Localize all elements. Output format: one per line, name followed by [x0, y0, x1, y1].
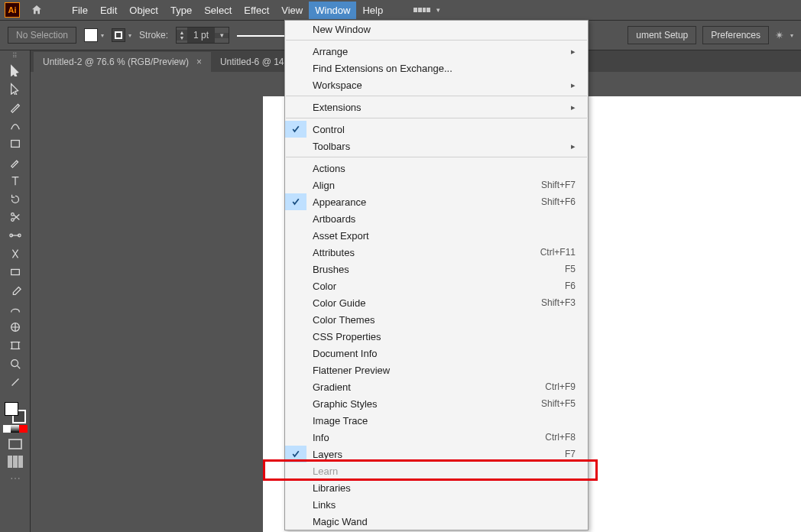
chevron-down-icon[interactable]: ▾ [436, 6, 440, 14]
menu-item-label: Color [313, 281, 336, 292]
menu-item-attributes[interactable]: AttributesCtrl+F11 [285, 244, 588, 261]
menu-item-label: Toolbars [313, 141, 350, 152]
svg-point-8 [11, 360, 18, 367]
fill-swatch[interactable] [84, 28, 98, 42]
svg-point-2 [11, 219, 15, 222]
app-icon[interactable]: Ai [5, 2, 20, 18]
menu-item-actions[interactable]: Actions [285, 160, 588, 177]
menu-item-label: Arrange [313, 46, 348, 57]
tool-symbol-sprayer[interactable] [0, 318, 31, 336]
menu-effect[interactable]: Effect [238, 2, 275, 19]
menu-item-extensions[interactable]: Extensions▸ [285, 99, 588, 115]
menu-item-layers[interactable]: LayersF7 [285, 446, 588, 462]
menu-item-asset-export[interactable]: Asset Export [285, 227, 588, 244]
tool-zoom[interactable] [0, 355, 31, 373]
menu-item-label: Attributes [313, 247, 355, 258]
document-tab[interactable]: Untitled-2 @ 76.6 % (RGB/Preview)× [34, 52, 211, 72]
tool-blend[interactable] [0, 300, 31, 318]
menu-item-label: Color Themes [313, 314, 375, 326]
tool-type[interactable] [0, 171, 31, 190]
menu-item-image-trace[interactable]: Image Trace [285, 412, 588, 429]
panel-grip-icon[interactable]: ⠿ [0, 50, 30, 61]
menu-item-color[interactable]: ColorF6 [285, 277, 588, 294]
menu-item-workspace[interactable]: Workspace▸ [285, 76, 588, 93]
menu-item-color-themes[interactable]: Color Themes [285, 311, 588, 328]
menu-item-brushes[interactable]: BrushesF5 [285, 261, 588, 277]
tool-pen[interactable] [0, 98, 31, 116]
menu-help[interactable]: Help [356, 2, 389, 19]
menu-item-links[interactable]: Links [285, 496, 588, 513]
tool-paintbrush[interactable] [0, 153, 31, 171]
stroke-swatch[interactable] [112, 28, 125, 42]
menu-item-toolbars[interactable]: Toolbars▸ [285, 138, 588, 154]
close-icon[interactable]: × [196, 57, 202, 67]
tool-panel: ⠿ ⋯ [0, 50, 31, 532]
menu-item-color-guide[interactable]: Color GuideShift+F3 [285, 294, 588, 311]
screen-mode-icon[interactable] [8, 439, 22, 449]
preferences-button[interactable]: Preferences [702, 26, 769, 44]
align-icon[interactable]: ✴ [775, 29, 784, 41]
home-icon[interactable] [29, 2, 44, 18]
menu-item-align[interactable]: AlignShift+F7 [285, 177, 588, 193]
tool-width[interactable] [0, 226, 31, 245]
menu-file[interactable]: File [66, 2, 94, 19]
tool-rotate[interactable] [0, 190, 31, 208]
menu-view[interactable]: View [275, 2, 309, 19]
menu-object[interactable]: Object [123, 2, 164, 19]
menu-item-label: Appearance [313, 196, 366, 208]
menu-item-control[interactable]: Control [285, 121, 588, 138]
menu-item-new-window[interactable]: New Window [285, 21, 588, 37]
color-mode-row[interactable] [3, 425, 28, 433]
svg-rect-0 [11, 141, 20, 148]
menu-item-document-info[interactable]: Document Info [285, 345, 588, 362]
stroke-weight-field[interactable]: ▲▼ 1 pt ▾ [176, 27, 229, 44]
submenu-arrow-icon: ▸ [571, 80, 576, 90]
menu-item-label: Info [313, 432, 329, 443]
tool-gradient[interactable] [0, 263, 31, 281]
stroke-style-preview[interactable] [237, 35, 286, 37]
submenu-arrow-icon: ▸ [571, 102, 576, 112]
menu-type[interactable]: Type [164, 2, 198, 19]
menu-item-gradient[interactable]: GradientCtrl+F9 [285, 378, 588, 395]
menu-item-label: Align [313, 180, 335, 191]
menu-item-info[interactable]: InfoCtrl+F8 [285, 429, 588, 446]
menu-select[interactable]: Select [198, 2, 238, 19]
menu-item-label: Workspace [313, 79, 362, 91]
selection-indicator: No Selection [8, 27, 76, 44]
tool-direct-selection[interactable] [0, 79, 31, 98]
chevron-down-icon[interactable]: ▾ [790, 32, 793, 39]
menu-item-label: Links [313, 499, 336, 511]
menu-item-css-properties[interactable]: CSS Properties [285, 328, 588, 345]
edit-mode-icon[interactable] [8, 456, 23, 468]
menu-item-artboards[interactable]: Artboards [285, 210, 588, 227]
tool-selection[interactable] [0, 61, 31, 79]
tool-scissors[interactable] [0, 208, 31, 226]
tool-artboard[interactable] [0, 336, 31, 355]
tool-free-transform[interactable] [0, 245, 31, 263]
menu-item-magic-wand[interactable]: Magic Wand [285, 513, 588, 530]
document-setup-button[interactable]: ument Setup [628, 26, 696, 44]
menu-item-find-extensions-on-exchange[interactable]: Find Extensions on Exchange... [285, 60, 588, 76]
fill-stroke-swatch[interactable] [5, 402, 26, 423]
tool-slice[interactable] [0, 373, 31, 391]
workspace-switcher-icon[interactable] [413, 3, 430, 17]
menu-item-label: Libraries [313, 482, 351, 494]
svg-rect-5 [11, 269, 20, 274]
chevron-down-icon[interactable]: ▾ [101, 32, 104, 39]
menu-item-graphic-styles[interactable]: Graphic StylesShift+F5 [285, 395, 588, 412]
menu-window[interactable]: Window [309, 2, 356, 19]
menu-item-arrange[interactable]: Arrange▸ [285, 43, 588, 60]
menu-item-shortcut: Ctrl+F8 [545, 432, 576, 443]
tool-rectangle[interactable] [0, 135, 31, 153]
chevron-down-icon[interactable]: ▾ [128, 32, 131, 39]
svg-rect-7 [12, 342, 19, 349]
menu-item-libraries[interactable]: Libraries [285, 479, 588, 496]
tool-eyedropper[interactable] [0, 281, 31, 300]
tool-curvature[interactable] [0, 116, 31, 135]
menu-edit[interactable]: Edit [94, 2, 123, 19]
menu-item-flattener-preview[interactable]: Flattener Preview [285, 362, 588, 378]
menu-item-label: Magic Wand [313, 516, 368, 527]
menu-item-label: Document Info [313, 348, 378, 359]
menu-item-appearance[interactable]: AppearanceShift+F6 [285, 193, 588, 210]
menu-item-learn: Learn [285, 462, 588, 479]
